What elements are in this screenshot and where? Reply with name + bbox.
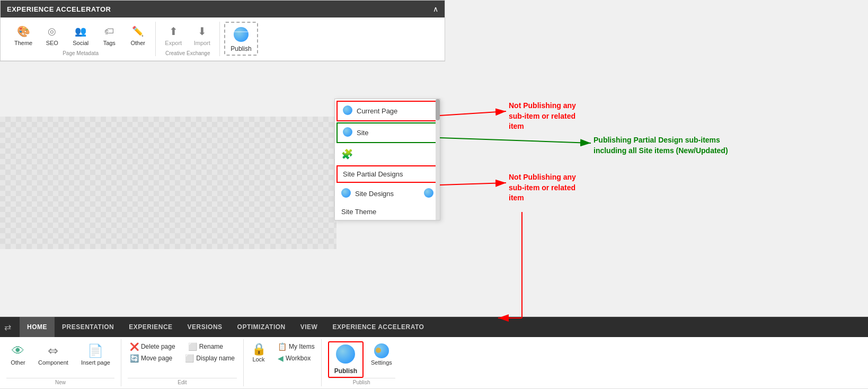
toolbar-area: 🎨 Theme ◎ SEO 👥 Social 🏷 Tags ✏️ Ot bbox=[1, 17, 445, 61]
creative-exchange-items: ⬆ Export ⬇ Import bbox=[160, 22, 215, 48]
insert-page-icon: 📄 bbox=[87, 343, 103, 358]
sitecore-ribbon: ⇄ HOME PRESENTATION EXPERIENCE VERSIONS … bbox=[0, 316, 868, 389]
tags-label: Tags bbox=[103, 40, 116, 46]
edit-row-1: ❌ Delete page ⬜ Rename bbox=[128, 341, 225, 352]
my-items-icon: 📋 bbox=[278, 342, 287, 351]
edit-section-items: ❌ Delete page ⬜ Rename 🔄 Move page ⬜ bbox=[128, 341, 237, 378]
site-theme-item[interactable]: Site Theme bbox=[335, 204, 440, 220]
experience-accelerator-panel: EXPERIENCE ACCELERATOR ∧ 🎨 Theme ◎ SEO 👥… bbox=[0, 0, 445, 61]
seo-label: SEO bbox=[46, 40, 58, 46]
panel-header: EXPERIENCE ACCELERATOR ∧ bbox=[1, 1, 445, 17]
annotation-publishing-partial: Publishing Partial Design sub-itemsinclu… bbox=[594, 135, 728, 156]
display-name-button[interactable]: ⬜ Display name bbox=[183, 353, 237, 364]
tab-home[interactable]: HOME bbox=[20, 317, 55, 337]
workbox-label: Workbox bbox=[286, 355, 311, 362]
workbox-button[interactable]: ◀ Workbox bbox=[276, 353, 317, 364]
my-items-button[interactable]: 📋 My Items bbox=[276, 341, 317, 352]
site-partial-designs-item[interactable]: Site Partial Designs bbox=[336, 165, 438, 183]
creative-exchange-group: ⬆ Export ⬇ Import Creative Exchange bbox=[156, 22, 220, 56]
site-designs-extra-icon bbox=[424, 188, 433, 199]
workbox-icon: ◀ bbox=[278, 354, 284, 363]
site-designs-icon bbox=[341, 188, 351, 199]
delete-label: Delete page bbox=[141, 343, 175, 350]
export-button[interactable]: ⬆ Export bbox=[160, 22, 187, 48]
publish-ribbon-button[interactable]: Publish bbox=[328, 341, 364, 378]
move-page-button[interactable]: 🔄 Move page bbox=[128, 353, 174, 364]
publish-dropdown: Current Page Site 🧩 Site Partial Designs… bbox=[334, 99, 440, 220]
puzzle-icon: 🧩 bbox=[341, 148, 353, 160]
tags-icon: 🏷 bbox=[102, 24, 117, 39]
publish-section-items: Publish Settings bbox=[328, 341, 395, 378]
publish-group: Publish bbox=[220, 22, 262, 56]
social-icon: 👥 bbox=[73, 24, 88, 39]
dropdown-scrollbar[interactable] bbox=[436, 99, 440, 220]
seo-button[interactable]: ◎ SEO bbox=[39, 22, 65, 48]
delete-page-button[interactable]: ❌ Delete page bbox=[128, 341, 178, 352]
publish-toolbar-button[interactable]: Publish bbox=[224, 22, 258, 56]
tab-view[interactable]: VIEW bbox=[293, 317, 325, 337]
page-metadata-group: 🎨 Theme ◎ SEO 👥 Social 🏷 Tags ✏️ Ot bbox=[6, 22, 156, 56]
social-button[interactable]: 👥 Social bbox=[67, 22, 94, 48]
component-ribbon-button[interactable]: ⇔ Component bbox=[34, 341, 73, 368]
rename-icon: ⬜ bbox=[188, 342, 197, 351]
insert-page-button[interactable]: 📄 Insert page bbox=[77, 341, 114, 368]
import-button[interactable]: ⬇ Import bbox=[189, 22, 215, 48]
display-name-label: Display name bbox=[196, 355, 235, 362]
import-label: Import bbox=[194, 40, 210, 46]
site-label: Site bbox=[357, 129, 368, 137]
tab-experience-accelerator[interactable]: EXPERIENCE ACCELERATO bbox=[325, 317, 431, 337]
other-icon: ✏️ bbox=[130, 24, 145, 39]
svg-line-4 bbox=[440, 183, 506, 185]
other-toolbar-button[interactable]: ✏️ Other bbox=[125, 22, 151, 48]
ribbon-nav-icon[interactable]: ⇄ bbox=[4, 322, 11, 332]
component-icon: ⇔ bbox=[48, 343, 58, 358]
rename-button[interactable]: ⬜ Rename bbox=[186, 341, 225, 352]
annotation-not-publishing-1: Not Publishing anysub-item or relatedite… bbox=[509, 101, 576, 132]
tab-presentation[interactable]: PRESENTATION bbox=[55, 317, 121, 337]
export-label: Export bbox=[165, 40, 182, 46]
lock-icon: 🔒 bbox=[252, 342, 266, 356]
edit-section-label: Edit bbox=[128, 378, 237, 386]
my-items-workbox-col: 📋 My Items ◀ Workbox bbox=[276, 341, 317, 364]
publish-section-label: Publish bbox=[328, 378, 395, 386]
puzzle-item[interactable]: 🧩 bbox=[335, 144, 440, 164]
top-row: 🔒 Lock 📋 My Items ◀ Workbox bbox=[248, 341, 317, 364]
site-icon bbox=[343, 127, 352, 138]
site-partial-designs-label: Site Partial Designs bbox=[343, 170, 403, 178]
panel-collapse-button[interactable]: ∧ bbox=[433, 5, 438, 13]
theme-icon: 🎨 bbox=[16, 24, 31, 39]
move-label: Move page bbox=[141, 355, 172, 362]
publish-icon bbox=[232, 25, 251, 44]
ribbon-section-edit: ❌ Delete page ⬜ Rename 🔄 Move page ⬜ bbox=[121, 339, 244, 386]
other-label: Other bbox=[130, 40, 145, 46]
current-page-item[interactable]: Current Page bbox=[336, 101, 438, 121]
current-page-label: Current Page bbox=[357, 107, 397, 115]
site-item[interactable]: Site bbox=[336, 122, 438, 143]
theme-button[interactable]: 🎨 Theme bbox=[10, 22, 37, 48]
publish-ribbon-icon bbox=[336, 344, 355, 367]
toolbar-items-row: 🎨 Theme ◎ SEO 👥 Social 🏷 Tags ✏️ Ot bbox=[10, 22, 151, 48]
settings-icon bbox=[374, 343, 389, 358]
site-theme-label: Site Theme bbox=[341, 208, 376, 216]
other-ribbon-label: Other bbox=[11, 359, 25, 366]
tab-versions[interactable]: VERSIONS bbox=[180, 317, 230, 337]
current-page-icon bbox=[343, 105, 352, 117]
other-ribbon-icon: 👁 bbox=[12, 343, 24, 358]
my-items-label: My Items bbox=[289, 343, 315, 350]
new-section-items: 👁 Other ⇔ Component 📄 Insert page bbox=[6, 341, 114, 378]
settings-button[interactable]: Settings bbox=[368, 341, 395, 368]
svg-line-2 bbox=[440, 111, 506, 116]
other-ribbon-button[interactable]: 👁 Other bbox=[6, 341, 30, 368]
lock-button[interactable]: 🔒 Lock bbox=[248, 341, 269, 364]
site-designs-label: Site Designs bbox=[355, 190, 394, 198]
social-label: Social bbox=[73, 40, 88, 46]
site-designs-item[interactable]: Site Designs bbox=[335, 184, 440, 204]
checkered-background bbox=[0, 117, 336, 249]
new-section-label: New bbox=[6, 378, 114, 386]
tags-button[interactable]: 🏷 Tags bbox=[96, 22, 122, 48]
tab-optimization[interactable]: OPTIMIZATION bbox=[230, 317, 293, 337]
export-icon: ⬆ bbox=[166, 24, 181, 39]
panel-title: EXPERIENCE ACCELERATOR bbox=[7, 5, 111, 13]
display-name-icon: ⬜ bbox=[185, 354, 194, 363]
tab-experience[interactable]: EXPERIENCE bbox=[121, 317, 180, 337]
